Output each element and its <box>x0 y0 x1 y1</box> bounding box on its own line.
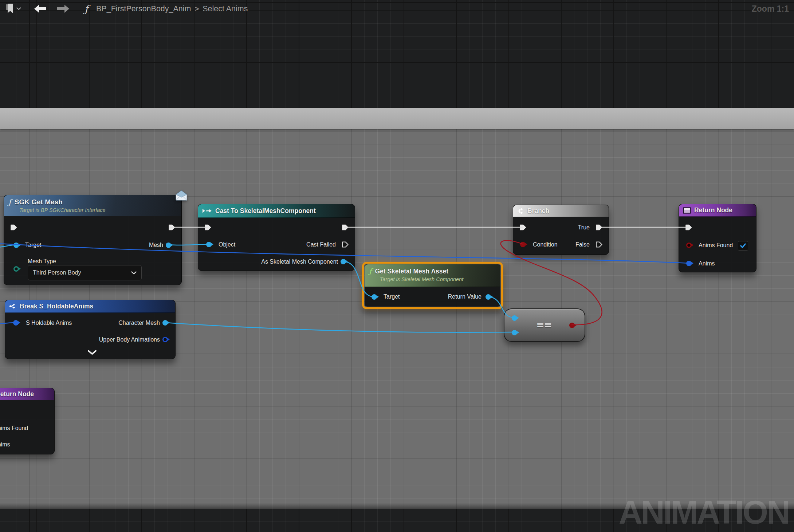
mesh-type-value: Third Person Body <box>33 269 81 276</box>
pin-mesh[interactable] <box>166 243 171 248</box>
node-title: Branch <box>527 207 549 215</box>
node-cast-to-skeletalmeshcomponent[interactable]: Cast To SkeletalMeshComponent Object Cas… <box>198 204 355 271</box>
pin-label-target: Target <box>25 242 41 248</box>
pin-mesh-type[interactable] <box>13 266 19 272</box>
check-icon <box>740 243 746 249</box>
node-subtitle: Target is Skeletal Mesh Component <box>380 276 496 282</box>
bookmark-icon[interactable] <box>5 3 14 14</box>
node-subtitle: Target is BP SGKCharacter Interface <box>19 207 177 213</box>
node-header[interactable]: Return Node <box>0 388 54 400</box>
exec-cast-failed-pin[interactable] <box>342 241 349 248</box>
graph-toolbar: ƒ BP_FirstPersonBody_Anim > Select Anims… <box>0 0 794 17</box>
node-equal-equal[interactable]: == <box>504 308 585 342</box>
pin-as-skeletal-mesh-component[interactable] <box>341 259 346 264</box>
chevron-down-icon[interactable] <box>16 7 21 10</box>
pin-label-false: False <box>575 241 590 248</box>
pin-condition[interactable] <box>520 242 526 247</box>
node-title: Break S_HoldableAnims <box>20 303 93 310</box>
break-struct-icon <box>9 303 16 309</box>
breadcrumb-separator-icon: > <box>195 5 199 13</box>
branch-icon <box>517 208 524 214</box>
pin-equal-input-b[interactable] <box>512 330 517 335</box>
node-sgk-get-mesh[interactable]: ƒ SGK Get Mesh Target is BP SGKCharacter… <box>4 195 182 285</box>
node-get-skeletal-mesh-asset[interactable]: ƒ Get Skeletal Mesh Asset Target is Skel… <box>362 262 503 309</box>
exec-out-pin[interactable] <box>342 224 349 230</box>
pin-label-anims-found: Anims Found <box>0 425 28 431</box>
exec-in-pin[interactable] <box>11 224 17 230</box>
mesh-type-dropdown[interactable]: Third Person Body <box>28 265 142 280</box>
pin-equal-input-a[interactable] <box>512 315 517 321</box>
pin-label-anims: Anims <box>0 441 10 448</box>
pin-label-anims-found: Anims Found <box>699 242 733 249</box>
exec-in-pin[interactable] <box>685 224 692 230</box>
node-return[interactable]: Return Node Anims Found Anims <box>679 204 756 272</box>
node-header[interactable]: ƒ Get Skeletal Mesh Asset Target is Skel… <box>365 264 500 287</box>
node-header[interactable]: Branch <box>513 205 609 217</box>
pin-label-condition: Condition <box>533 241 558 248</box>
graph-watermark: ANIMATION <box>619 494 789 531</box>
interface-message-icon <box>175 190 188 201</box>
function-icon: ƒ <box>369 267 372 276</box>
node-branch[interactable]: Branch True Condition False <box>513 205 609 255</box>
pin-label-character-mesh: Character Mesh <box>118 320 160 326</box>
node-title: Get Skeletal Mesh Asset <box>375 268 448 275</box>
pin-label-return-value: Return Value <box>448 293 481 300</box>
pin-target[interactable] <box>372 294 377 300</box>
expand-chevron-icon[interactable] <box>87 350 97 355</box>
chevron-down-icon <box>131 271 137 275</box>
pin-upper-body-animations[interactable] <box>162 337 168 342</box>
blueprint-graph-canvas[interactable]: ANIMATION ƒ SGK Get Mesh Target is BP SG… <box>0 0 794 532</box>
comment-title-bar[interactable] <box>0 108 794 129</box>
forward-arrow-icon[interactable] <box>57 5 69 13</box>
pin-label-mesh: Mesh <box>149 242 163 248</box>
cast-icon <box>202 208 212 213</box>
exec-in-pin[interactable] <box>520 224 527 230</box>
pin-label-true: True <box>578 224 590 231</box>
node-header[interactable]: ƒ SGK Get Mesh Target is BP SGKCharacter… <box>4 195 181 216</box>
pin-object[interactable] <box>206 242 212 247</box>
pin-label-target: Target <box>384 293 400 300</box>
pin-label-s-holdable-anims: S Holdable Anims <box>26 320 72 326</box>
equal-symbol: == <box>537 318 553 332</box>
anims-found-checkbox[interactable] <box>738 241 748 251</box>
function-graph-icon: ƒ <box>84 3 88 15</box>
node-title: Return Node <box>0 390 34 398</box>
exec-out-pin[interactable] <box>169 224 176 230</box>
breadcrumb-root[interactable]: BP_FirstPersonBody_Anim <box>96 4 191 13</box>
breadcrumb-current[interactable]: Select Anims <box>203 4 248 13</box>
pin-label-as-skeletal-mesh-component: As Skeletal Mesh Component <box>261 259 338 265</box>
exec-true-pin[interactable] <box>596 224 603 230</box>
pin-target[interactable] <box>13 243 19 248</box>
function-icon: ƒ <box>8 198 11 206</box>
pin-label-object: Object <box>219 241 235 248</box>
node-header[interactable]: Return Node <box>679 204 756 217</box>
pin-s-holdable-anims[interactable] <box>13 320 19 326</box>
zoom-indicator: Zoom 1:1 <box>752 4 789 14</box>
pin-anims[interactable] <box>686 261 692 266</box>
pin-label-cast-failed: Cast Failed <box>306 241 336 248</box>
node-return-partial[interactable]: Return Node Anims Found Anims <box>0 388 55 454</box>
back-arrow-icon[interactable] <box>34 5 47 13</box>
node-header[interactable]: Break S_HoldableAnims <box>5 300 175 313</box>
return-node-icon <box>683 207 691 214</box>
node-header[interactable]: Cast To SkeletalMeshComponent <box>198 204 355 218</box>
node-title: SGK Get Mesh <box>15 198 63 206</box>
pin-return-value[interactable] <box>486 294 491 300</box>
exec-in-pin[interactable] <box>205 224 212 230</box>
node-break-s-holdableanims[interactable]: Break S_HoldableAnims S Holdable Anims C… <box>5 300 176 359</box>
node-title: Return Node <box>694 206 732 214</box>
pin-character-mesh[interactable] <box>162 320 168 326</box>
pin-label-upper-body-animations: Upper Body Animations <box>99 336 160 343</box>
pin-label-mesh-type: Mesh Type <box>28 258 56 265</box>
exec-false-pin[interactable] <box>596 241 603 248</box>
node-title: Cast To SkeletalMeshComponent <box>215 207 316 215</box>
pin-label-anims: Anims <box>699 260 715 267</box>
pin-equal-output[interactable] <box>569 323 575 328</box>
pin-anims-found[interactable] <box>686 243 692 248</box>
